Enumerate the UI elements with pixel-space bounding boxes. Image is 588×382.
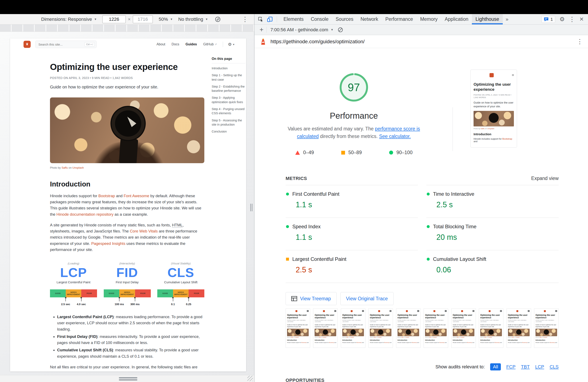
rotate-viewport-icon[interactable] xyxy=(215,16,221,22)
filmstrip-thumbnail[interactable]: Optimizing the user experience POSTED ON… xyxy=(451,309,476,348)
inline-link[interactable]: Saffu xyxy=(401,337,404,338)
inline-link[interactable]: Saffu xyxy=(374,337,376,338)
filmstrip-thumbnail[interactable]: Optimizing the user experience POSTED ON… xyxy=(506,309,531,348)
inline-link[interactable]: Bootstrap xyxy=(495,342,500,343)
devtools-menu-icon[interactable]: ⋮ xyxy=(569,16,575,22)
filmstrip-thumbnail[interactable]: Optimizing the user experience POSTED ON… xyxy=(286,309,310,348)
inline-link[interactable]: Unsplash xyxy=(488,337,492,338)
viewport-height-grip[interactable] xyxy=(119,377,137,381)
inline-link[interactable]: Hinode documentation repository xyxy=(57,212,114,216)
inline-link[interactable]: Bootstrap xyxy=(98,194,115,198)
inline-link[interactable]: Unsplash xyxy=(461,337,464,338)
audit-filter-all[interactable]: All xyxy=(490,363,501,370)
tab-sources[interactable]: Sources xyxy=(332,14,357,24)
inline-link[interactable]: Bootstrap xyxy=(467,342,472,343)
inline-link[interactable]: Saffu xyxy=(291,337,293,338)
clear-reports-icon[interactable] xyxy=(338,27,343,33)
toc-item[interactable]: Introduction xyxy=(212,66,245,70)
search-input[interactable] xyxy=(39,43,84,46)
inline-link[interactable]: Unsplash xyxy=(433,337,437,338)
viewport-corner-grip[interactable] xyxy=(247,376,253,381)
inline-link[interactable]: Saffu xyxy=(346,337,348,338)
more-tabs-icon[interactable]: » xyxy=(503,16,511,22)
inline-link[interactable]: Saffu xyxy=(62,166,68,169)
toggle-device-toolbar-icon[interactable] xyxy=(267,16,273,22)
expand-view-button[interactable]: Expand view xyxy=(531,176,559,181)
toc-item[interactable]: Conclusion xyxy=(212,129,245,134)
settings-gear-icon[interactable]: ⚙ xyxy=(559,16,565,23)
tab-network[interactable]: Network xyxy=(357,14,382,24)
inline-link[interactable]: Unsplash xyxy=(350,337,354,338)
inline-link[interactable]: Saffu xyxy=(457,337,459,338)
theme-toggle[interactable]: ⚙ ▾ xyxy=(228,42,234,47)
new-report-plus-icon[interactable]: + xyxy=(257,26,266,34)
inline-link[interactable]: Unsplash xyxy=(295,337,299,338)
filmstrip-thumbnail[interactable]: Optimizing the user experience POSTED ON… xyxy=(423,309,448,348)
throttling-dropdown[interactable]: No throttling ▼ xyxy=(178,17,208,22)
filmstrip-thumbnail[interactable]: Optimizing the user experience POSTED ON… xyxy=(313,309,338,348)
tab-performance[interactable]: Performance xyxy=(382,14,417,24)
tab-application[interactable]: Application xyxy=(441,14,472,24)
inline-link[interactable]: Pagespeed Insights xyxy=(91,241,125,246)
report-selector-dropdown[interactable]: 7:00:56 AM - gethinode.com ▼ xyxy=(271,27,334,33)
audit-filter-tbt[interactable]: TBT xyxy=(521,364,530,370)
dimensions-dropdown[interactable]: Dimensions: Responsive ▼ xyxy=(41,17,97,22)
inline-link[interactable]: Saffu xyxy=(481,128,485,129)
inline-link[interactable]: Bootstrap xyxy=(522,342,527,343)
device-toolbar-menu-icon[interactable]: ⋮ xyxy=(242,16,248,22)
view-treemap-button[interactable]: View Treemap xyxy=(286,292,337,305)
toc-item[interactable]: Step 1 - Setting up the test case xyxy=(212,73,245,82)
inline-link[interactable]: Unsplash xyxy=(322,337,326,338)
filmstrip-thumbnail[interactable]: Optimizing the user experience POSTED ON… xyxy=(534,309,559,348)
viewport-height-input[interactable] xyxy=(133,15,153,23)
inline-link[interactable]: Bootstrap xyxy=(550,342,555,343)
inline-link[interactable]: Bootstrap xyxy=(357,342,362,343)
zoom-dropdown[interactable]: 50% ▼ xyxy=(159,17,173,22)
inline-link[interactable]: Bootstrap xyxy=(412,342,417,343)
tab-memory[interactable]: Memory xyxy=(417,14,441,24)
inline-link[interactable]: Saffu xyxy=(318,337,321,338)
inline-link[interactable]: Bootstrap xyxy=(329,342,334,343)
toc-item[interactable]: Step 2 - Establishing the baseline perfo… xyxy=(212,85,245,93)
report-menu-icon[interactable]: ⋮ xyxy=(577,39,583,45)
inline-link[interactable]: Saffu xyxy=(484,337,486,338)
inline-link[interactable]: Font Awesome xyxy=(124,194,149,198)
issues-counter[interactable]: 1 xyxy=(541,16,555,23)
site-logo-icon[interactable] xyxy=(23,41,31,48)
toc-item[interactable]: Step 4 - Purging unused CSS elements xyxy=(212,107,245,115)
inline-link[interactable]: Unsplash xyxy=(516,337,520,338)
view-original-trace-button[interactable]: View Original Trace xyxy=(340,292,394,305)
performance-score-gauge[interactable]: 97 xyxy=(338,72,370,103)
toc-item[interactable]: Step 3 - Applying optimization quick fix… xyxy=(212,96,245,104)
viewport-width-input[interactable] xyxy=(102,15,126,23)
toc-item[interactable]: Step 5 - Assessing the site in productio… xyxy=(212,118,245,127)
inline-link[interactable]: Bootstrap xyxy=(384,342,389,343)
inline-link[interactable]: Unsplash xyxy=(543,337,547,338)
inline-link[interactable]: Core Web Vitals xyxy=(130,229,158,233)
close-devtools-icon[interactable]: ✕ xyxy=(579,16,584,22)
sidebar-item-about[interactable]: About xyxy=(156,42,165,46)
tab-elements[interactable]: Elements xyxy=(280,14,307,24)
inline-link[interactable]: Unsplash xyxy=(405,337,409,338)
inline-link[interactable]: See calculator. xyxy=(379,134,411,139)
site-search[interactable]: Ctrl + / xyxy=(35,41,97,48)
inline-link[interactable]: Bootstrap xyxy=(301,342,306,343)
sidebar-item-docs[interactable]: Docs xyxy=(171,42,179,46)
inspect-element-icon[interactable] xyxy=(257,16,264,22)
inline-link[interactable]: Unsplash xyxy=(487,128,494,129)
inline-link[interactable]: Saffu xyxy=(512,337,514,338)
inline-link[interactable]: Saffu xyxy=(429,337,431,338)
tab-lighthouse[interactable]: Lighthouse xyxy=(472,14,503,24)
devtools-resize-handle[interactable] xyxy=(250,204,253,211)
sidebar-item-github[interactable]: GitHub↗ xyxy=(203,42,217,46)
inline-link[interactable]: Unsplash xyxy=(72,166,84,169)
inline-link[interactable]: Bootstrap xyxy=(502,138,512,140)
sidebar-item-guides[interactable]: Guides xyxy=(186,42,197,46)
audit-filter-fcp[interactable]: FCP xyxy=(506,364,516,370)
inline-link[interactable]: Unsplash xyxy=(378,337,381,338)
inline-link[interactable]: Saffu xyxy=(540,337,542,338)
filmstrip-thumbnail[interactable]: Optimizing the user experience POSTED ON… xyxy=(479,309,503,348)
audit-filter-cls[interactable]: CLS xyxy=(549,364,559,370)
filmstrip-thumbnail[interactable]: Optimizing the user experience POSTED ON… xyxy=(396,309,421,348)
inline-link[interactable]: Bootstrap xyxy=(440,342,444,343)
